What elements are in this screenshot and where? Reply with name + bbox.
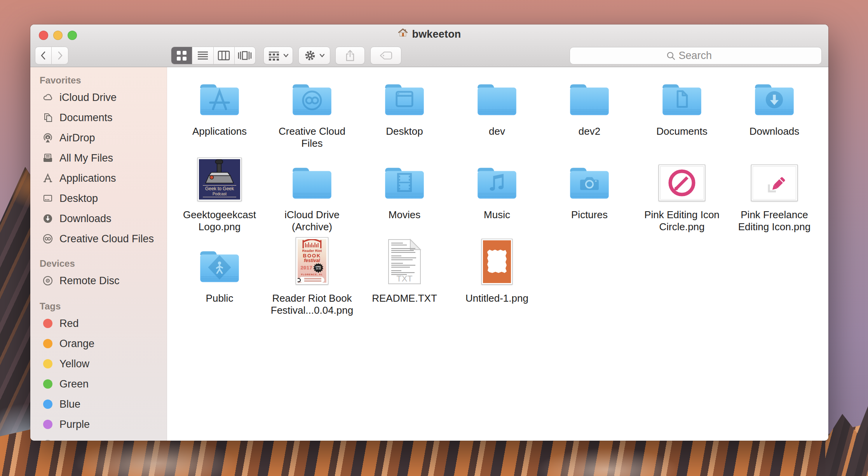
folder-applications-icon [197,80,242,118]
file-label: Desktop [386,125,423,137]
file-item[interactable]: Reader Riot BOOK festival 2017 APRIL22-2… [266,239,358,322]
file-label: Downloads [749,125,800,137]
pink-editing-circle-illustration [663,167,701,198]
search-input[interactable] [679,50,725,62]
action-button[interactable] [298,47,330,64]
sidebar-item-tag-yellow[interactable]: Yellow [30,354,167,374]
file-item[interactable]: Downloads [728,72,821,155]
icon-view-icon [177,51,186,61]
minimize-button[interactable] [53,31,63,40]
sidebar-item-tag-red[interactable]: Red [30,313,167,334]
icon-grid: Applications Creative Cloud Files Deskto… [167,67,828,322]
sidebar-section-devices: Devices [30,258,167,269]
search-field[interactable] [570,47,822,64]
file-item[interactable]: dev2 [543,72,636,155]
file-item[interactable]: Geek to Geek Podcast Geektogeekcast Logo… [173,155,266,239]
sidebar-section-favorites: Favorites [30,75,167,86]
sidebar-item-label: Blue [59,398,80,410]
sidebar-item-all-my-files[interactable]: All My Files [30,148,167,168]
coverflow-view-icon [238,50,252,61]
file-item[interactable]: Applications [173,72,266,155]
file-item[interactable]: Documents [636,72,728,155]
sidebar-item-creative-cloud-files[interactable]: Creative Cloud Files [30,229,167,249]
window-chrome[interactable]: bwkeeton [30,24,828,67]
sidebar-item-label: iCloud Drive [59,92,117,104]
file-item[interactable]: Music [451,155,543,239]
tag-green-dot [43,379,52,389]
file-label: dev [489,125,505,137]
airdrop-icon [42,132,54,144]
chevron-down-icon [283,54,289,57]
sidebar-item-icloud-drive[interactable]: iCloud Drive [30,87,167,108]
sidebar-item-documents[interactable]: Documents [30,108,167,128]
file-item[interactable]: dev [451,72,543,155]
file-item[interactable]: Creative Cloud Files [266,72,358,155]
file-item[interactable]: Pictures [543,155,636,239]
arrange-icon [268,50,280,61]
file-label: Documents [656,125,708,137]
back-button[interactable] [35,47,52,64]
list-view-icon [197,50,209,61]
sidebar-item-label: All My Files [59,152,113,164]
txt-badge: TXT [396,274,413,283]
file-item[interactable]: Pink Freelance Editing Icon.png [728,155,821,239]
sidebar-item-label: Yellow [59,358,89,370]
image-thumbnail-pink-pencil [751,165,798,201]
image-thumbnail-pink-circle [659,165,705,201]
file-label: Pink Freelance Editing Icon.png [733,209,816,233]
tag-blue-dot [43,400,52,409]
applications-icon [42,172,54,184]
cloud-icon [42,92,54,103]
sidebar-item-label: Downloads [59,213,112,225]
folder-desktop-icon [382,80,427,118]
file-label: Geektogeekcast Logo.png [178,209,261,233]
folder-pictures-icon [566,164,612,201]
file-label: Applications [192,125,247,137]
close-button[interactable] [39,31,48,40]
share-button[interactable] [335,47,365,64]
sidebar-item-label: Desktop [59,193,98,205]
file-item[interactable]: Movies [358,155,451,239]
torn-paper-illustration [483,240,511,283]
sidebar-item-tag-gray[interactable] [30,434,167,441]
file-label: iCloud Drive (Archive) [270,209,354,233]
file-label: dev2 [579,125,600,137]
tag-button[interactable] [370,47,401,64]
finder-window: bwkeeton [30,24,828,441]
sidebar-item-remote-disc[interactable]: Remote Disc [30,271,167,291]
file-item[interactable]: Desktop [358,72,451,155]
folder-icon [566,80,612,118]
file-item[interactable]: Public [173,239,266,322]
folder-music-icon [474,164,520,201]
sidebar-item-desktop[interactable]: Desktop [30,188,167,208]
image-thumbnail-untitled [481,239,512,285]
icon-view-button[interactable] [171,47,192,64]
sidebar-item-label: Creative Cloud Files [59,233,154,245]
sidebar-item-label: Applications [59,172,116,184]
arrange-button[interactable] [263,47,293,64]
sidebar-item-tag-green[interactable]: Green [30,374,167,394]
file-item[interactable]: TXT README.TXT [358,239,451,322]
file-label: Untitled-1.png [465,292,528,304]
sidebar-item-applications[interactable]: Applications [30,168,167,188]
sidebar-item-airdrop[interactable]: AirDrop [30,128,167,148]
zoom-button[interactable] [68,31,77,40]
sidebar-item-tag-purple[interactable]: Purple [30,414,167,434]
file-item[interactable]: Untitled-1.png [451,239,543,322]
folder-creative-cloud-icon [289,80,335,118]
sidebar-item-tag-blue[interactable]: Blue [30,394,167,414]
forward-button[interactable] [52,47,68,64]
file-browser-area: Applications Creative Cloud Files Deskto… [167,67,828,441]
column-view-icon [218,50,230,61]
coverflow-view-button[interactable] [234,47,255,64]
image-thumbnail-geek-logo: Geek to Geek Podcast [197,158,242,201]
file-item[interactable]: Pink Editing Icon Circle.png [636,155,728,239]
sidebar-item-downloads[interactable]: Downloads [30,208,167,229]
sidebar-item-label: Documents [59,112,113,124]
list-view-button[interactable] [192,47,213,64]
file-item[interactable]: iCloud Drive (Archive) [266,155,358,239]
sidebar-item-label: Purple [59,419,90,431]
sidebar-item-tag-orange[interactable]: Orange [30,334,167,354]
column-view-button[interactable] [213,47,234,64]
text-document-icon: TXT [386,239,423,285]
